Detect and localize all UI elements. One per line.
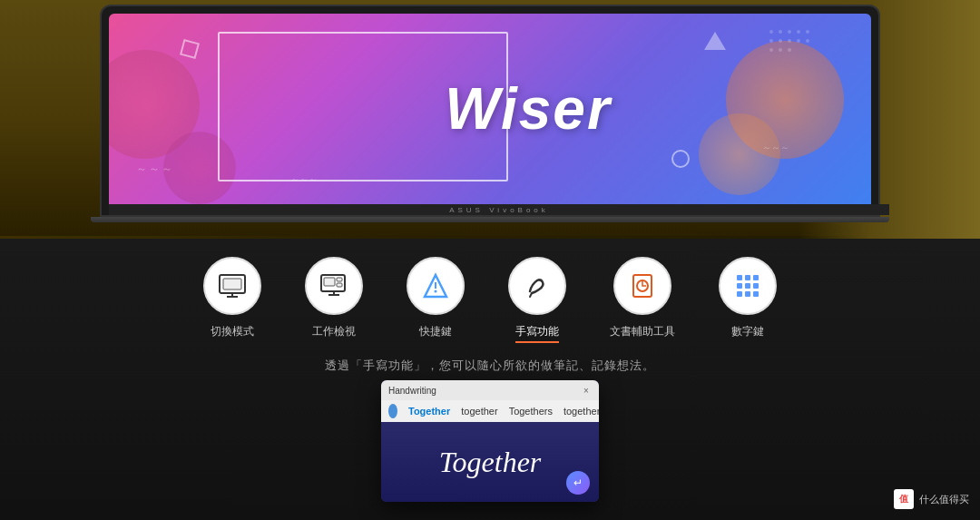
svg-rect-1 (223, 279, 241, 289)
svg-point-37 (788, 48, 791, 52)
svg-point-31 (779, 39, 782, 43)
svg-rect-5 (324, 278, 335, 286)
sidebar-item-switch-mode[interactable]: 切換模式 (203, 257, 261, 339)
handwriting-popup: Handwriting × Together together Together… (381, 380, 599, 502)
handwriting-icon (523, 271, 552, 300)
svg-point-12 (435, 290, 437, 293)
hw-handwritten-text: Together (439, 446, 542, 479)
task-view-label: 工作檢視 (312, 324, 356, 339)
svg-rect-15 (737, 275, 742, 280)
svg-rect-17 (753, 275, 759, 280)
switch-mode-icon (218, 271, 247, 300)
hw-titlebar: Handwriting × (381, 380, 599, 400)
laptop: ～～～ ～～～ ～～～ Wiser ASUS VivoBook (73, 5, 907, 222)
hw-title: Handwriting (388, 386, 436, 396)
svg-point-30 (769, 39, 773, 43)
sidebar-item-hotkeys[interactable]: 快捷鍵 (407, 257, 465, 339)
doc-tools-icon-circle (613, 257, 671, 315)
switch-mode-label: 切換模式 (211, 324, 254, 339)
laptop-brand: ASUS VivoBook (449, 206, 549, 214)
deco-triangle (704, 32, 726, 50)
doc-tools-label: 文書輔助工具 (610, 324, 675, 339)
task-view-icon (319, 271, 348, 300)
svg-rect-20 (753, 283, 759, 289)
svg-point-26 (779, 30, 782, 34)
sidebar-item-handwriting[interactable]: 手寫功能 (508, 257, 566, 343)
deco-square (180, 39, 200, 59)
laptop-screen-outer: ～～～ ～～～ ～～～ Wiser ASUS VivoBook (100, 5, 880, 217)
sidebar-item-task-view[interactable]: 工作檢視 (305, 257, 363, 339)
handwriting-label: 手寫功能 (515, 324, 559, 343)
deco-blob-right2 (699, 113, 780, 195)
screen-title: Wiser (445, 75, 612, 142)
deco-dots (762, 23, 853, 77)
switch-mode-icon-circle (203, 257, 261, 315)
svg-rect-22 (745, 291, 750, 297)
numpad-icon-circle (719, 257, 777, 315)
laptop-hinge (91, 217, 889, 222)
task-view-icon-circle (305, 257, 363, 315)
numpad-icon (733, 271, 762, 300)
watermark-logo: 值 (894, 489, 914, 509)
sidebar-item-numpad[interactable]: 數字鍵 (719, 257, 777, 339)
svg-point-24 (389, 407, 397, 415)
svg-rect-7 (337, 283, 342, 287)
svg-point-36 (779, 48, 782, 52)
hw-suggest-0[interactable]: Together (408, 406, 450, 417)
svg-point-29 (806, 30, 809, 34)
hw-suggest-1[interactable]: together (461, 406, 497, 417)
hw-suggest-3[interactable]: togethers (564, 406, 599, 417)
hw-suggestions-bar: Together together Togethers togethers ⌫ (381, 400, 599, 422)
deco-wave: ～～～ (136, 162, 174, 177)
svg-point-33 (797, 39, 800, 43)
hw-canvas[interactable]: Together ↵ (381, 422, 599, 502)
bottom-panel: 切換模式 工作檢視 (0, 239, 980, 520)
laptop-chin: ASUS VivoBook (109, 204, 889, 215)
svg-rect-16 (745, 275, 750, 280)
laptop-screen: ～～～ ～～～ ～～～ Wiser (109, 14, 871, 204)
description-text: 透過「手寫功能」，您可以隨心所欲的做筆記、記錄想法。 (0, 358, 980, 374)
svg-rect-23 (753, 291, 759, 297)
icons-row: 切換模式 工作檢視 (0, 239, 980, 343)
svg-point-34 (806, 39, 809, 43)
sidebar-item-doc-tools[interactable]: 文書輔助工具 (610, 257, 675, 339)
svg-rect-18 (737, 283, 742, 289)
watermark: 值 什么值得买 (894, 489, 969, 509)
svg-rect-19 (745, 283, 750, 289)
doc-tools-icon (628, 271, 657, 300)
deco-circle-outline (671, 150, 690, 168)
hw-suggest-2[interactable]: Togethers (509, 406, 553, 417)
svg-point-27 (788, 30, 791, 34)
svg-point-25 (769, 30, 773, 34)
watermark-text: 什么值得买 (919, 493, 969, 506)
svg-rect-21 (737, 291, 742, 297)
hotkeys-icon (421, 271, 450, 300)
hotkeys-icon-circle (407, 257, 465, 315)
svg-rect-6 (337, 278, 342, 281)
hw-pen-icon (388, 404, 397, 418)
hw-close-button[interactable]: × (581, 385, 592, 396)
svg-point-35 (769, 48, 773, 52)
hotkeys-label: 快捷鍵 (419, 324, 452, 339)
numpad-label: 數字鍵 (731, 324, 764, 339)
svg-point-32 (788, 39, 791, 43)
svg-point-28 (797, 30, 800, 34)
hw-send-button[interactable]: ↵ (566, 471, 590, 495)
handwriting-icon-circle (508, 257, 566, 315)
